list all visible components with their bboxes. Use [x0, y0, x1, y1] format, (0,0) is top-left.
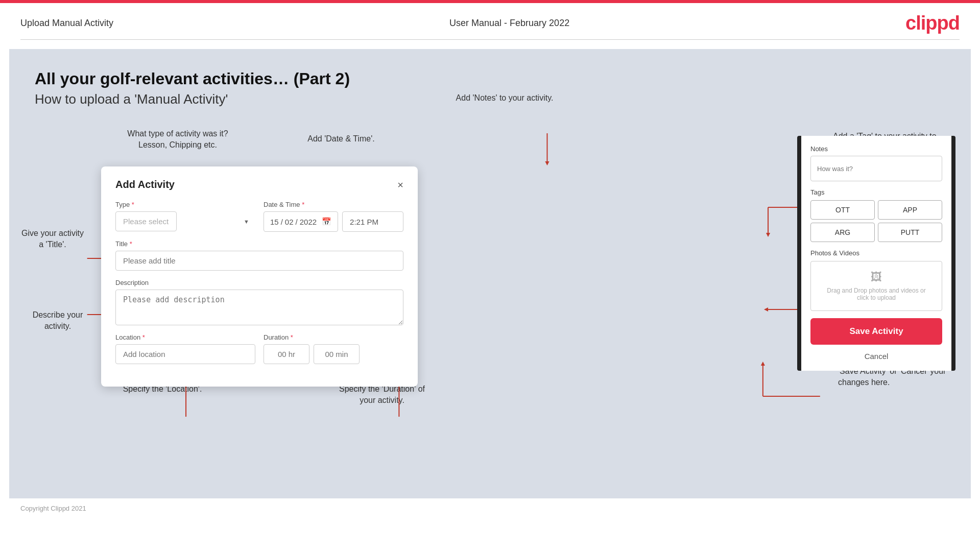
- tags-grid: OTT APP ARG PUTT: [810, 200, 942, 242]
- annotation-duration: Specify the 'Duration' of your activity.: [331, 384, 433, 406]
- annotation-what-type: What type of activity was it? Lesson, Ch…: [127, 128, 229, 151]
- description-label: Description: [115, 279, 403, 286]
- duration-inputs: [264, 344, 403, 364]
- photos-upload-area[interactable]: 🖼 Drag and Drop photos and videos or cli…: [810, 261, 942, 311]
- phone-panel: Notes Tags OTT APP ARG PUTT Photos & Vid…: [797, 136, 955, 371]
- date-input[interactable]: 15 / 02 / 2022 📅: [264, 211, 338, 232]
- title-label: Title *: [115, 240, 403, 248]
- form-row-type-date: Type * Please select Date & Time * 15 / …: [115, 201, 403, 232]
- copyright: Copyright Clippd 2021: [20, 505, 86, 512]
- photos-upload-text: Drag and Drop photos and videos or click…: [820, 287, 933, 301]
- form-group-duration: Duration *: [264, 333, 403, 364]
- date-day: 15: [270, 218, 279, 226]
- tags-section: Tags OTT APP ARG PUTT: [810, 188, 942, 242]
- annotation-give-title: Give your activity a 'Title'.: [19, 228, 86, 251]
- description-textarea[interactable]: [115, 290, 403, 325]
- duration-label: Duration *: [264, 333, 403, 341]
- notes-section-label: Notes: [810, 145, 942, 153]
- svg-marker-22: [764, 307, 768, 312]
- form-group-description: Description: [115, 279, 403, 325]
- logo: clippd: [905, 12, 960, 34]
- location-input[interactable]: [115, 344, 255, 364]
- header-divider: [20, 39, 960, 40]
- form-group-datetime: Date & Time * 15 / 02 / 2022 📅: [264, 201, 403, 232]
- location-label: Location *: [115, 333, 255, 341]
- form-group-location: Location *: [115, 333, 255, 364]
- annotation-notes: Add 'Notes' to your activity.: [453, 92, 556, 104]
- tags-label: Tags: [810, 188, 942, 196]
- main-content: All your golf-relevant activities… (Part…: [9, 49, 971, 498]
- annotation-describe: Describe your activity.: [25, 309, 91, 332]
- add-activity-dialog: Add Activity × Type * Please select Date…: [101, 166, 418, 387]
- header: Upload Manual Activity User Manual - Feb…: [0, 3, 980, 39]
- duration-min-input[interactable]: [314, 344, 360, 364]
- tag-arg[interactable]: ARG: [810, 223, 875, 242]
- annotation-date-time: Add 'Date & Time'.: [295, 133, 387, 145]
- svg-marker-17: [545, 161, 549, 165]
- header-subtitle: User Manual - February 2022: [449, 18, 569, 29]
- tag-putt[interactable]: PUTT: [878, 223, 942, 242]
- photo-icon: 🖼: [820, 271, 933, 284]
- dialog-header: Add Activity ×: [115, 179, 403, 190]
- photos-label: Photos & Videos: [810, 249, 942, 257]
- photos-section: Photos & Videos 🖼 Drag and Drop photos a…: [810, 249, 942, 311]
- title-input[interactable]: [115, 251, 403, 271]
- calendar-icon[interactable]: 📅: [322, 217, 331, 226]
- svg-marker-25: [761, 362, 765, 366]
- save-activity-button[interactable]: Save Activity: [810, 318, 942, 345]
- time-input[interactable]: [342, 211, 403, 232]
- dialog-close-button[interactable]: ×: [397, 180, 403, 190]
- form-group-title: Title *: [115, 240, 403, 271]
- svg-marker-20: [766, 233, 770, 237]
- date-year: 2022: [300, 218, 317, 226]
- form-group-type: Type * Please select: [115, 201, 255, 232]
- duration-hr-input[interactable]: [264, 344, 309, 364]
- heading-line1: All your golf-relevant activities… (Part…: [35, 69, 945, 88]
- tag-app[interactable]: APP: [878, 200, 942, 220]
- notes-input[interactable]: [810, 156, 942, 181]
- form-row-location-duration: Location * Duration *: [115, 333, 403, 364]
- cancel-link[interactable]: Cancel: [810, 350, 942, 363]
- date-month: 02: [285, 218, 294, 226]
- tag-ott[interactable]: OTT: [810, 200, 875, 220]
- type-select[interactable]: Please select: [115, 211, 177, 231]
- dialog-title: Add Activity: [115, 179, 175, 190]
- footer: Copyright Clippd 2021: [0, 498, 980, 518]
- type-label: Type *: [115, 201, 255, 208]
- datetime-label: Date & Time *: [264, 201, 403, 208]
- type-select-wrapper: Please select: [115, 211, 255, 231]
- page-title: Upload Manual Activity: [20, 18, 113, 29]
